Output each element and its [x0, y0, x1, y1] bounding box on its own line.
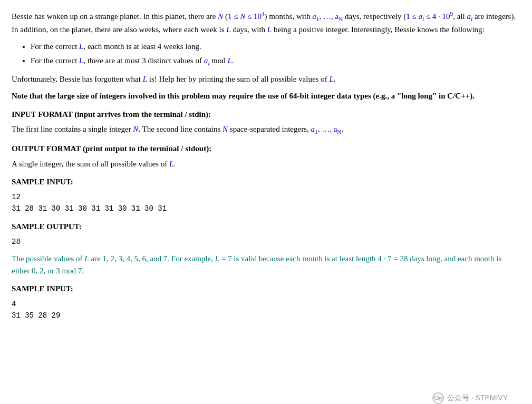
svg-point-6	[440, 398, 441, 399]
sample-output-1: 28	[12, 236, 520, 248]
bullet-list: For the correct L, each month is at leas…	[31, 41, 520, 67]
bullet-item-2: For the correct L, there are at most 3 d…	[31, 55, 520, 68]
sample-input-2-line1: 4	[12, 298, 520, 310]
sample-output-label-1: SAMPLE OUTPUT:	[12, 221, 520, 233]
sample-input-1: 12 31 28 31 30 31 30 31 31 30 31 30 31	[12, 191, 520, 215]
output-format-body: A single integer, the sum of all possibl…	[12, 158, 520, 170]
sample-input-2: 4 31 35 28 29	[12, 298, 520, 322]
wechat-icon	[432, 392, 444, 404]
sample-input-2-line2: 31 35 28 29	[12, 310, 520, 321]
sample-input-1-line1: 12	[12, 191, 520, 203]
sample-input-label-1: SAMPLE INPUT:	[12, 176, 520, 188]
svg-point-2	[438, 397, 442, 400]
watermark-text: 公众号 · STEMIVY	[447, 393, 508, 403]
input-format-body: The first line contains a single integer…	[12, 123, 520, 136]
output-format-label: OUTPUT FORMAT (print output to the termi…	[12, 143, 520, 155]
bullet-item-1: For the correct L, each month is at leas…	[31, 41, 520, 53]
input-format-label: INPUT FORMAT (input arrives from the ter…	[12, 109, 520, 121]
intro-paragraph: Bessie has woken up on a strange planet.…	[12, 9, 520, 35]
svg-point-3	[436, 397, 436, 398]
explanation-paragraph-1: The possible values of L are 1, 2, 3, 4,…	[12, 253, 520, 277]
watermark: 公众号 · STEMIVY	[432, 392, 508, 404]
svg-point-4	[437, 397, 438, 398]
sample-input-1-line2: 31 28 31 30 31 30 31 31 30 31 30 31	[12, 203, 520, 214]
note-paragraph: Note that the large size of integers inv…	[12, 90, 520, 102]
svg-point-5	[439, 398, 440, 399]
forgotten-paragraph: Unfortunately, Bessie has forgotten what…	[12, 73, 520, 85]
sample-input-label-2: SAMPLE INPUT:	[12, 283, 520, 295]
